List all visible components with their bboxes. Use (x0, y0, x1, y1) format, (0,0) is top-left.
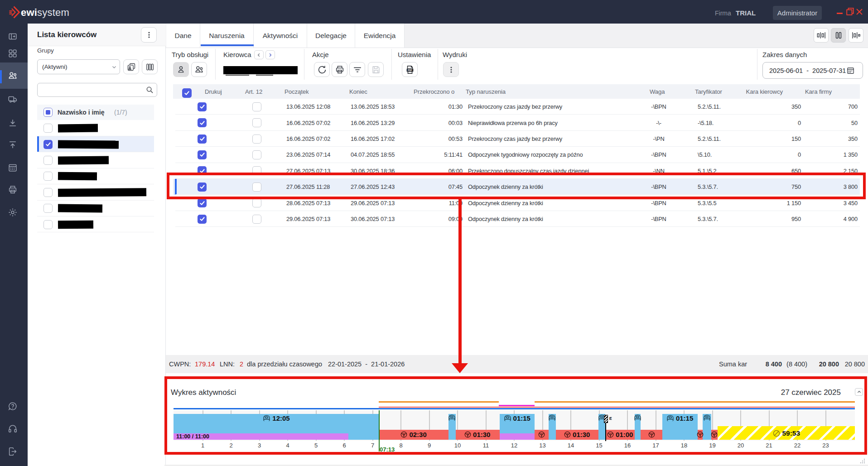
svg-text:PDF: PDF (408, 69, 412, 72)
